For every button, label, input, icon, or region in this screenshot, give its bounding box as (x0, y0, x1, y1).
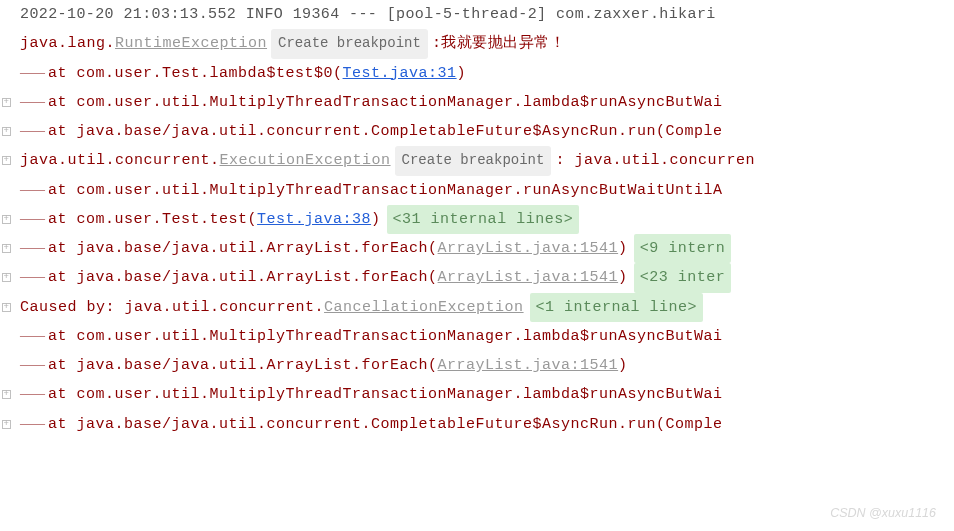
exception-message: 我就要抛出异常！ (441, 29, 565, 58)
dash-icon: ——— (20, 117, 44, 146)
dash-icon: ——— (20, 351, 44, 380)
dash-icon: ——— (20, 176, 44, 205)
exception-prefix: java.lang. (20, 29, 115, 58)
stack-frame: + ——— at com.user.util.MultiplyThreadTra… (0, 88, 954, 117)
dash-icon: ——— (20, 322, 44, 351)
expand-gutter[interactable]: + (2, 127, 20, 136)
caused-by-prefix: Caused by: java.util.concurrent. (20, 293, 324, 322)
exception-suffix: : java.util.concurren (555, 146, 755, 175)
expand-gutter[interactable]: + (2, 390, 20, 399)
stack-frame: ——— at com.user.util.MultiplyThreadTrans… (0, 322, 954, 351)
paren-close: ) (618, 351, 628, 380)
dash-icon: ——— (20, 59, 44, 88)
plus-icon: + (2, 215, 11, 224)
stack-frame: ——— at com.user.util.MultiplyThreadTrans… (0, 176, 954, 205)
expand-gutter[interactable]: + (2, 215, 20, 224)
plus-icon: + (2, 244, 11, 253)
expand-gutter[interactable]: + (2, 156, 20, 165)
plus-icon: + (2, 98, 11, 107)
stack-text: at com.user.util.MultiplyThreadTransacti… (48, 176, 723, 205)
stack-frame: + ——— at java.base/java.util.ArrayList.f… (0, 263, 954, 292)
caused-by-line: + Caused by: java.util.concurrent.Cancel… (0, 293, 954, 322)
stack-frame: + ——— at java.base/java.util.ArrayList.f… (0, 234, 954, 263)
source-link-gray[interactable]: ArrayList.java:1541 (438, 351, 619, 380)
exception-line-execution: + java.util.concurrent.ExecutionExceptio… (0, 146, 954, 175)
exception-class-link[interactable]: RuntimeException (115, 29, 267, 58)
stack-text: at com.user.util.MultiplyThreadTransacti… (48, 322, 723, 351)
source-link-gray[interactable]: ArrayList.java:1541 (438, 234, 619, 263)
fold-badge[interactable]: <23 inter (634, 263, 732, 292)
create-breakpoint-button[interactable]: Create breakpoint (271, 29, 428, 58)
watermark-text: CSDN @xuxu1116 (830, 501, 936, 525)
log-header-line: 2022-10-20 21:03:13.552 INFO 19364 --- [… (0, 0, 954, 29)
source-link[interactable]: Test.java:38 (257, 205, 371, 234)
stack-text: at com.user.Test.test( (48, 205, 257, 234)
log-header: 2022-10-20 21:03:13.552 INFO 19364 --- [… (20, 0, 716, 29)
expand-gutter[interactable]: + (2, 303, 20, 312)
expand-gutter[interactable]: + (2, 244, 20, 253)
fold-badge[interactable]: <31 internal lines> (387, 205, 580, 234)
source-link-gray[interactable]: ArrayList.java:1541 (438, 263, 619, 292)
stack-text: at com.user.util.MultiplyThreadTransacti… (48, 380, 723, 409)
source-link[interactable]: Test.java:31 (343, 59, 457, 88)
plus-icon: + (2, 127, 11, 136)
dash-icon: ——— (20, 410, 44, 439)
stack-text: at java.base/java.util.ArrayList.forEach… (48, 351, 438, 380)
plus-icon: + (2, 420, 11, 429)
stack-text: at java.base/java.util.concurrent.Comple… (48, 117, 723, 146)
stack-text: at java.base/java.util.concurrent.Comple… (48, 410, 723, 439)
plus-icon: + (2, 156, 11, 165)
fold-badge[interactable]: <9 intern (634, 234, 732, 263)
stack-frame: ——— at java.base/java.util.ArrayList.for… (0, 351, 954, 380)
plus-icon: + (2, 273, 11, 282)
exception-line-runtime: java.lang.RuntimeException Create breakp… (0, 29, 954, 58)
expand-gutter[interactable]: + (2, 273, 20, 282)
dash-icon: ——— (20, 88, 44, 117)
stack-frame: + ——— at com.user.util.MultiplyThreadTra… (0, 380, 954, 409)
plus-icon: + (2, 390, 11, 399)
paren-close: ) (371, 205, 381, 234)
colon-sep: : (432, 29, 442, 58)
paren-close: ) (618, 263, 628, 292)
stack-text: at java.base/java.util.ArrayList.forEach… (48, 263, 438, 292)
stack-frame: + ——— at java.base/java.util.concurrent.… (0, 117, 954, 146)
stack-text: at java.base/java.util.ArrayList.forEach… (48, 234, 438, 263)
stack-frame: + ——— at com.user.Test.test(Test.java:38… (0, 205, 954, 234)
exception-prefix: java.util.concurrent. (20, 146, 220, 175)
dash-icon: ——— (20, 205, 44, 234)
dash-icon: ——— (20, 380, 44, 409)
stack-text: at com.user.Test.lambda$test$0( (48, 59, 343, 88)
expand-gutter[interactable]: + (2, 420, 20, 429)
fold-badge[interactable]: <1 internal line> (530, 293, 704, 322)
expand-gutter[interactable]: + (2, 98, 20, 107)
paren-close: ) (457, 59, 467, 88)
create-breakpoint-button[interactable]: Create breakpoint (395, 146, 552, 175)
dash-icon: ——— (20, 263, 44, 292)
stack-text: at com.user.util.MultiplyThreadTransacti… (48, 88, 723, 117)
stack-frame: ——— at com.user.Test.lambda$test$0(Test.… (0, 59, 954, 88)
exception-class-link[interactable]: ExecutionException (220, 146, 391, 175)
paren-close: ) (618, 234, 628, 263)
exception-class-link[interactable]: CancellationException (324, 293, 524, 322)
plus-icon: + (2, 303, 11, 312)
dash-icon: ——— (20, 234, 44, 263)
stack-frame: + ——— at java.base/java.util.concurrent.… (0, 410, 954, 439)
